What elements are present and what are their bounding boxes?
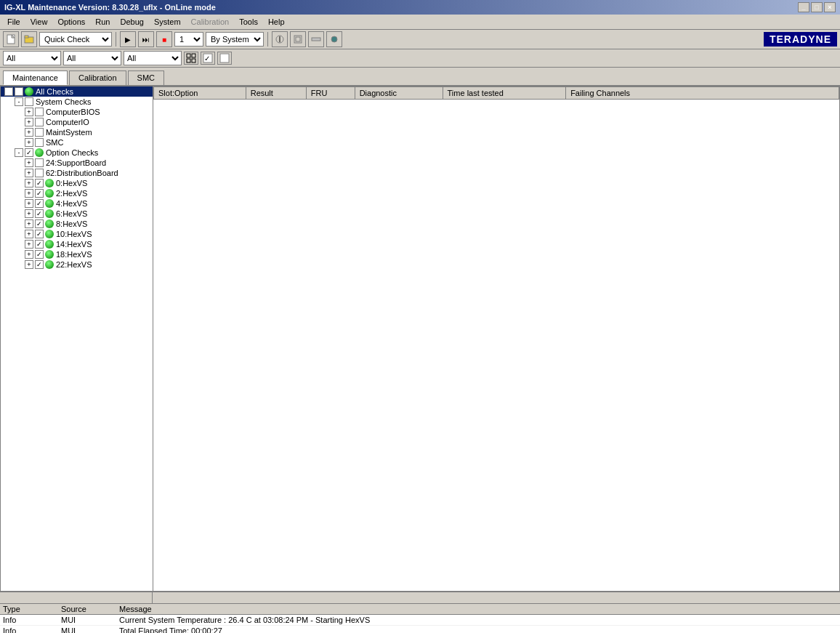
expand-0-hexvs[interactable]: +: [25, 179, 33, 188]
tool1-button[interactable]: [272, 31, 288, 47]
tree-option-checks[interactable]: - Option Checks: [1, 148, 153, 158]
stop-button[interactable]: ■: [156, 31, 172, 47]
minimize-button[interactable]: _: [798, 2, 809, 12]
filter-select-2[interactable]: All: [63, 51, 121, 65]
col-fru[interactable]: FRU: [306, 87, 355, 100]
tree-system-checks[interactable]: - System Checks: [1, 97, 153, 107]
menu-system[interactable]: System: [150, 16, 185, 28]
tree-root-all-checks[interactable]: - All Checks: [1, 86, 153, 97]
col-slot-option[interactable]: Slot:Option: [154, 87, 246, 100]
tree-18-hexvs[interactable]: + 18:HexVS: [1, 249, 153, 259]
cb-18-hexvs[interactable]: [35, 250, 44, 259]
cb-option-checks[interactable]: [25, 148, 33, 157]
expand-62-distribution-board[interactable]: +: [25, 169, 33, 177]
tree-computer-io[interactable]: + ComputerIO: [1, 117, 153, 127]
tab-calibration[interactable]: Calibration: [69, 70, 126, 85]
menu-view[interactable]: View: [26, 16, 52, 28]
tool3-button[interactable]: [308, 31, 324, 47]
svg-rect-7: [296, 37, 300, 41]
menu-help[interactable]: Help: [264, 16, 289, 28]
menu-tools[interactable]: Tools: [235, 16, 262, 28]
cb-computer-bios[interactable]: [35, 108, 44, 116]
col-failing-channels[interactable]: Failing Channels: [566, 87, 839, 100]
tree-maint-system[interactable]: + MaintSystem: [1, 127, 153, 137]
cb-24-support-board[interactable]: [35, 158, 44, 167]
menu-options[interactable]: Options: [53, 16, 89, 28]
cb-system-checks[interactable]: [25, 97, 33, 106]
tool2-button[interactable]: [290, 31, 306, 47]
tree-22-hexvs[interactable]: + 22:HexVS: [1, 259, 153, 270]
expand-10-hexvs[interactable]: +: [25, 230, 33, 238]
tree-8-hexvs[interactable]: + 8:HexVS: [1, 219, 153, 229]
log-source-1: MUI: [61, 616, 119, 624]
filter-select-1[interactable]: All: [3, 51, 61, 65]
filter-select-3[interactable]: All: [124, 51, 182, 65]
tab-maintenance[interactable]: Maintenance: [3, 70, 68, 85]
menu-calibration[interactable]: Calibration: [187, 16, 234, 28]
cb-0-hexvs[interactable]: [35, 179, 44, 188]
expand-18-hexvs[interactable]: +: [25, 250, 33, 259]
table-hscroll[interactable]: [153, 592, 840, 603]
open-button[interactable]: [21, 31, 37, 47]
cb-8-hexvs[interactable]: [35, 219, 44, 228]
tree-4-hexvs[interactable]: + 4:HexVS: [1, 198, 153, 209]
run-button[interactable]: ▶: [120, 31, 136, 47]
cb-62-distribution-board[interactable]: [35, 169, 44, 177]
system-select[interactable]: By System: [206, 32, 264, 47]
tree-6-hexvs[interactable]: + 6:HexVS: [1, 209, 153, 219]
expand-computer-bios[interactable]: +: [25, 108, 33, 116]
count-select[interactable]: 1: [174, 32, 203, 47]
tree-24-support-board[interactable]: + 24:SupportBoard: [1, 158, 153, 168]
cb-6-hexvs[interactable]: [35, 209, 44, 218]
col-time-last-tested[interactable]: Time last tested: [443, 87, 566, 100]
expand-22-hexvs[interactable]: +: [25, 260, 33, 269]
expand-maint-system[interactable]: +: [25, 128, 33, 137]
cb-computer-io[interactable]: [35, 118, 44, 126]
tree-14-hexvs[interactable]: + 14:HexVS: [1, 239, 153, 249]
expand-14-hexvs[interactable]: +: [25, 240, 33, 249]
cb-maint-system[interactable]: [35, 128, 44, 137]
tab-smc[interactable]: SMC: [128, 70, 164, 85]
svg-rect-10: [187, 54, 190, 57]
status-2-hexvs: [45, 189, 54, 198]
expand-6-hexvs[interactable]: +: [25, 209, 33, 218]
new-button[interactable]: [3, 31, 19, 47]
cb-14-hexvs[interactable]: [35, 240, 44, 249]
tree-computer-bios[interactable]: + ComputerBIOS: [1, 107, 153, 117]
expand-system-checks[interactable]: -: [15, 97, 23, 106]
tool4-button[interactable]: [326, 31, 342, 47]
expand-2-hexvs[interactable]: +: [25, 189, 33, 198]
quick-check-select[interactable]: Quick Check: [39, 32, 112, 47]
tree-smc[interactable]: + SMC: [1, 137, 153, 148]
col-result[interactable]: Result: [246, 87, 306, 100]
menu-run[interactable]: Run: [91, 16, 114, 28]
tree-62-distribution-board[interactable]: + 62:DistributionBoard: [1, 168, 153, 178]
close-button[interactable]: ×: [824, 2, 836, 12]
step-button[interactable]: ⏭: [138, 31, 154, 47]
menu-debug[interactable]: Debug: [116, 16, 148, 28]
tree-2-hexvs[interactable]: + 2:HexVS: [1, 188, 153, 198]
cb-all-checks[interactable]: [15, 87, 23, 96]
expand-computer-io[interactable]: +: [25, 118, 33, 126]
expand-smc[interactable]: +: [25, 138, 33, 147]
expand-4-hexvs[interactable]: +: [25, 199, 33, 208]
cb-2-hexvs[interactable]: [35, 189, 44, 198]
check-all-button[interactable]: ✓: [201, 52, 215, 65]
uncheck-all-button[interactable]: [217, 52, 232, 65]
svg-rect-16: [220, 54, 229, 63]
cb-22-hexvs[interactable]: [35, 260, 44, 269]
expand-8-hexvs[interactable]: +: [25, 219, 33, 228]
cb-10-hexvs[interactable]: [35, 230, 44, 238]
grid-view-button[interactable]: [184, 52, 198, 65]
tree-hscroll[interactable]: [0, 592, 153, 603]
cb-smc[interactable]: [35, 138, 44, 147]
expand-24-support-board[interactable]: +: [25, 158, 33, 167]
col-diagnostic[interactable]: Diagnostic: [355, 87, 443, 100]
cb-4-hexvs[interactable]: [35, 199, 44, 208]
tree-10-hexvs[interactable]: + 10:HexVS: [1, 229, 153, 239]
maximize-button[interactable]: □: [811, 2, 823, 12]
tree-0-hexvs[interactable]: + 0:HexVS: [1, 178, 153, 188]
menu-file[interactable]: File: [3, 16, 25, 28]
expand-all-checks[interactable]: -: [4, 87, 13, 96]
expand-option-checks[interactable]: -: [15, 148, 23, 157]
